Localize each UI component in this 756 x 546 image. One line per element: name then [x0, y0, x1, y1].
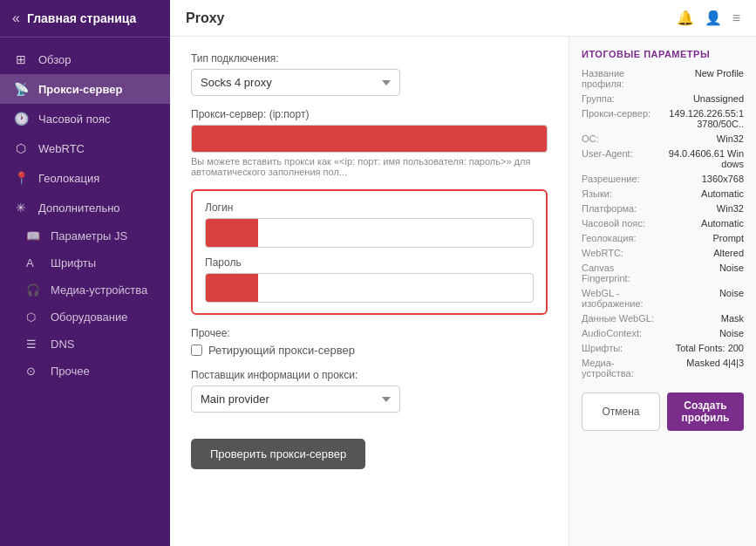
sidebar-item-dns[interactable]: ☰ DNS — [0, 331, 170, 358]
sidebar-item-geolocation[interactable]: 📍 Геолокация — [0, 163, 170, 193]
sidebar-webrtc-label: WebRTC — [38, 142, 158, 155]
sidebar-item-media-devices[interactable]: 🎧 Медиа-устройства — [0, 276, 170, 304]
param-row: Canvas Fingerprint:Noise — [582, 263, 744, 283]
sidebar-overview-label: Обзор — [38, 53, 158, 66]
param-key: Геолокация: — [582, 233, 664, 243]
retry-checkbox[interactable] — [191, 345, 202, 356]
provider-select[interactable]: Main provider — [191, 386, 400, 413]
sidebar: « Главная страница ⊞ Обзор 📡 Прокси-серв… — [0, 0, 170, 546]
check-proxy-button[interactable]: Проверить прокси-сервер — [191, 439, 365, 469]
param-value: Unassigned — [664, 93, 744, 104]
param-key: Языки: — [582, 188, 664, 199]
sidebar-item-other[interactable]: ⊙ Прочее — [0, 358, 170, 385]
connection-type-label: Тип подключения: — [191, 52, 548, 65]
login-field: Логин — [205, 201, 534, 248]
webrtc-icon: ⬡ — [12, 141, 30, 155]
param-key: Шрифты: — [582, 343, 664, 353]
param-key: Группа: — [582, 93, 664, 104]
param-key: Название профиля: — [582, 68, 664, 89]
notification-icon[interactable]: 🔔 — [677, 10, 694, 26]
sidebar-proxy-label: Прокси-сервер — [38, 83, 158, 96]
param-value: Win32 — [664, 133, 744, 144]
param-value: Noise — [664, 263, 744, 283]
param-row: ОС:Win32 — [582, 133, 744, 144]
proxy-server-label: Прокси-сервер: (ip:порт) — [191, 108, 548, 120]
param-key: WebGL - изображение: — [582, 288, 664, 309]
sidebar-item-fonts[interactable]: A Шрифты — [0, 249, 170, 276]
menu-icon[interactable]: ≡ — [732, 10, 740, 26]
topbar-icons: 🔔 👤 ≡ — [677, 10, 740, 26]
param-key: Canvas Fingerprint: — [582, 263, 664, 283]
provider-label: Поставщик информации о прокси: — [191, 369, 548, 381]
param-key: Данные WebGL: — [582, 313, 664, 324]
param-row: AudioContext:Noise — [582, 328, 744, 338]
param-row: Языки:Automatic — [582, 188, 744, 199]
fonts-icon: A — [26, 256, 44, 270]
param-row: Прокси-сервер:149.126.226.55:13780/50C.. — [582, 108, 744, 129]
cancel-button[interactable]: Отмена — [582, 392, 660, 431]
param-value: New Profile — [664, 68, 744, 89]
connection-type-section: Тип подключения: Socks 4 proxy — [191, 52, 548, 96]
login-input[interactable] — [258, 222, 533, 245]
other-section: Прочее: Ретирующий прокси-сервер — [191, 327, 548, 357]
sidebar-item-overview[interactable]: ⊞ Обзор — [0, 44, 170, 74]
page-title: Proxy — [186, 10, 677, 26]
dns-icon: ☰ — [26, 338, 44, 351]
sidebar-item-js-params[interactable]: 📖 Параметры JS — [0, 222, 170, 249]
create-profile-button[interactable]: Создать профиль — [667, 392, 744, 431]
login-input-wrapper — [205, 218, 534, 248]
user-icon[interactable]: 👤 — [705, 10, 722, 26]
sidebar-item-proxy[interactable]: 📡 Прокси-сервер — [0, 74, 170, 104]
param-key: WebRTC: — [582, 248, 664, 258]
param-value: Automatic — [664, 218, 744, 229]
sidebar-item-timezone[interactable]: 🕐 Часовой пояс — [0, 104, 170, 133]
login-label: Логин — [205, 201, 534, 214]
param-row: Медиа-устройства:Masked 4|4|3 — [582, 358, 744, 379]
advanced-icon: ✳ — [12, 201, 30, 215]
overview-icon: ⊞ — [12, 52, 30, 66]
main-area: Proxy 🔔 👤 ≡ Тип подключения: Socks 4 pro… — [170, 0, 756, 546]
param-key: ОС: — [582, 133, 664, 144]
param-value: Altered — [664, 248, 744, 258]
login-red-indicator — [206, 219, 258, 247]
other-label: Прочее: — [191, 327, 548, 339]
param-value: Total Fonts: 200 — [664, 343, 744, 353]
timezone-icon: 🕐 — [12, 112, 30, 126]
sidebar-timezone-label: Часовой пояс — [38, 113, 158, 126]
password-field: Пароль — [205, 256, 534, 303]
param-row: Разрешение:1360x768 — [582, 174, 744, 184]
param-row: Группа:Unassigned — [582, 93, 744, 104]
sidebar-hardware-label: Оборудование — [51, 311, 127, 324]
sidebar-geolocation-label: Геолокация — [38, 172, 158, 185]
param-value: Noise — [664, 288, 744, 309]
panel-actions: Отмена Создать профиль — [582, 392, 744, 431]
connection-type-select[interactable]: Socks 4 proxy — [191, 69, 400, 96]
param-value: 94.0.4606.61 Windows — [664, 148, 744, 169]
param-value: Prompt — [664, 233, 744, 243]
sidebar-item-advanced[interactable]: ✳ Дополнительно — [0, 193, 170, 222]
param-value: Mask — [664, 313, 744, 324]
param-key: AudioContext: — [582, 328, 664, 338]
sidebar-item-webrtc[interactable]: ⬡ WebRTC — [0, 133, 170, 163]
other-icon: ⊙ — [26, 365, 44, 378]
sidebar-nav: ⊞ Обзор 📡 Прокси-сервер 🕐 Часовой пояс ⬡… — [0, 38, 170, 546]
param-row: Платформа:Win32 — [582, 203, 744, 214]
param-row: Шрифты:Total Fonts: 200 — [582, 343, 744, 353]
password-input[interactable] — [258, 276, 533, 300]
param-value: Masked 4|4|3 — [664, 358, 744, 379]
proxy-input[interactable] — [191, 125, 548, 153]
geolocation-icon: 📍 — [12, 171, 30, 185]
form-area: Тип подключения: Socks 4 proxy Прокси-се… — [170, 37, 569, 546]
sidebar-home-label: Главная страница — [27, 11, 136, 25]
param-key: User-Agent: — [582, 148, 664, 169]
sidebar-home[interactable]: « Главная страница — [0, 0, 170, 38]
params-container: Название профиля:New ProfileГруппа:Unass… — [582, 68, 744, 379]
js-icon: 📖 — [26, 229, 44, 242]
param-row: WebRTC:Altered — [582, 248, 744, 258]
sidebar-dns-label: DNS — [51, 338, 74, 351]
param-row: WebGL - изображение:Noise — [582, 288, 744, 309]
param-key: Платформа: — [582, 203, 664, 214]
sidebar-item-hardware[interactable]: ⬡ Оборудование — [0, 304, 170, 331]
password-red-indicator — [206, 274, 258, 302]
param-row: Данные WebGL:Mask — [582, 313, 744, 324]
